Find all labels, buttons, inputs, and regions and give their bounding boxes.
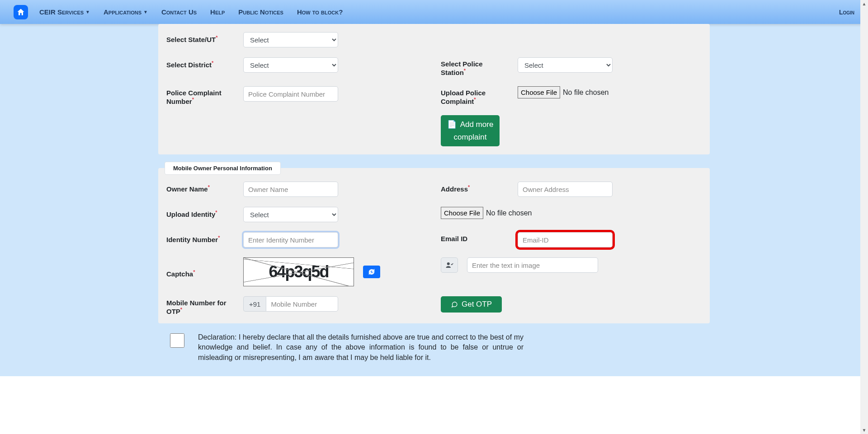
complaint-number-input[interactable] bbox=[243, 86, 338, 102]
identity-file[interactable]: Choose File No file chosen bbox=[441, 207, 532, 219]
nav-applications[interactable]: Applications ▼ bbox=[104, 8, 148, 16]
scrollbar[interactable]: ▲ ▼ bbox=[860, 0, 868, 376]
owner-name-label: Owner Name bbox=[166, 182, 234, 193]
scroll-up-icon[interactable]: ▲ bbox=[860, 0, 868, 8]
police-station-label: Select Police Station bbox=[441, 57, 509, 76]
nav-contact-us[interactable]: Contact Us bbox=[161, 8, 197, 16]
user-check-icon bbox=[441, 257, 458, 273]
nav-links: CEIR Services ▼ Applications ▼ Contact U… bbox=[39, 8, 343, 16]
upload-complaint-file[interactable]: Choose File No file chosen bbox=[518, 86, 609, 98]
file-icon: 📄 bbox=[447, 120, 457, 129]
owner-legend: Mobile Owner Personal Information bbox=[165, 162, 281, 175]
choose-file-button[interactable]: Choose File bbox=[441, 207, 483, 219]
login-link[interactable]: Login bbox=[839, 9, 854, 16]
captcha-label: Captcha bbox=[166, 266, 234, 278]
upload-identity-label: Upload Identity bbox=[166, 207, 234, 218]
state-label: Select State/UT bbox=[166, 32, 234, 43]
chevron-down-icon: ▼ bbox=[143, 9, 148, 14]
address-label: Address bbox=[441, 182, 509, 193]
top-navbar: CEIR Services ▼ Applications ▼ Contact U… bbox=[0, 0, 868, 24]
email-label: Email ID bbox=[441, 232, 509, 243]
add-more-text-2: complaint bbox=[454, 133, 487, 142]
nav-help[interactable]: Help bbox=[210, 8, 225, 16]
home-icon[interactable] bbox=[14, 5, 28, 19]
captcha-input[interactable] bbox=[467, 257, 598, 273]
otp-mobile-input[interactable] bbox=[266, 296, 338, 312]
svg-point-0 bbox=[447, 262, 450, 265]
captcha-image: 64p3q5d bbox=[243, 257, 354, 286]
chevron-down-icon: ▼ bbox=[85, 9, 90, 14]
add-more-complaint-button[interactable]: 📄Add more complaint bbox=[441, 115, 500, 146]
no-file-text: No file chosen bbox=[486, 209, 532, 217]
email-input[interactable] bbox=[518, 232, 613, 247]
identity-number-label: Identity Number bbox=[166, 232, 234, 243]
get-otp-button[interactable]: Get OTP bbox=[441, 296, 502, 313]
get-otp-label: Get OTP bbox=[462, 300, 492, 309]
police-station-select[interactable]: Select bbox=[518, 57, 613, 73]
refresh-captcha-button[interactable] bbox=[363, 266, 380, 278]
nav-public-notices[interactable]: Public Notices bbox=[238, 8, 283, 16]
upload-complaint-label: Upload Police Complaint bbox=[441, 86, 509, 105]
chat-icon bbox=[451, 301, 458, 308]
choose-file-button[interactable]: Choose File bbox=[518, 86, 560, 98]
owner-info-fieldset: Mobile Owner Personal Information Owner … bbox=[158, 168, 710, 323]
otp-mobile-group: +91 bbox=[243, 296, 338, 312]
declaration-text: Declaration: I hereby declare that all t… bbox=[198, 332, 524, 363]
nav-ceir-services[interactable]: CEIR Services ▼ bbox=[39, 8, 90, 16]
no-file-text: No file chosen bbox=[563, 89, 609, 97]
refresh-icon bbox=[368, 268, 375, 275]
owner-name-input[interactable] bbox=[243, 182, 338, 197]
district-label: Select District bbox=[166, 57, 234, 69]
declaration-checkbox[interactable] bbox=[170, 333, 184, 348]
identity-number-input[interactable] bbox=[243, 232, 338, 247]
nav-label: CEIR Services bbox=[39, 8, 84, 16]
complaint-number-label: Police Complaint Number bbox=[166, 86, 234, 105]
state-select[interactable]: Select bbox=[243, 32, 338, 47]
nav-how-to-block[interactable]: How to block? bbox=[297, 8, 343, 16]
district-select[interactable]: Select bbox=[243, 57, 338, 73]
mobile-prefix: +91 bbox=[243, 296, 266, 312]
declaration-block: Declaration: I hereby declare that all t… bbox=[158, 323, 710, 363]
lost-info-fieldset: Select State/UT Select Select District S… bbox=[158, 24, 710, 154]
nav-label: Applications bbox=[104, 8, 142, 16]
otp-mobile-label: Mobile Number for OTP bbox=[166, 296, 234, 315]
captcha-text: 64p3q5d bbox=[269, 262, 328, 281]
add-more-text-1: Add more bbox=[460, 120, 494, 129]
upload-identity-select[interactable]: Select bbox=[243, 207, 338, 222]
address-input[interactable] bbox=[518, 182, 613, 197]
